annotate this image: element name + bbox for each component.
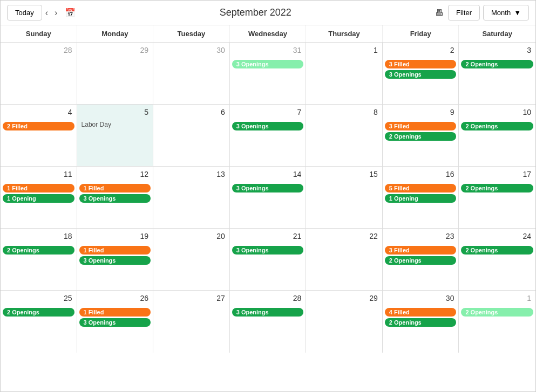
cell-number: 3 (461, 45, 533, 56)
event-badge-openings[interactable]: 2 Openings (385, 318, 457, 327)
cell-number: 26 (79, 293, 151, 304)
event-badge-openings[interactable]: 3 Openings (232, 184, 304, 192)
calendar-cell[interactable]: 182 Openings (1, 229, 77, 291)
calendar-cell[interactable]: 32 Openings (459, 43, 535, 105)
cell-events: 2 Openings (3, 246, 74, 255)
month-dropdown-button[interactable]: Month ▼ (483, 5, 529, 20)
next-button[interactable]: › (51, 6, 60, 20)
calendar-cell[interactable]: 143 Openings (230, 167, 307, 229)
cell-number: 21 (232, 231, 304, 242)
cell-number: 22 (308, 231, 380, 242)
calendar-cell[interactable]: 111 Filled1 Opening (1, 167, 77, 229)
calendar-cell[interactable]: 242 Openings (459, 229, 535, 291)
day-header-sunday: Sunday (1, 25, 77, 42)
calendar-cell[interactable]: 121 Filled3 Openings (77, 167, 154, 229)
calendar-cell[interactable]: 30 (153, 43, 230, 105)
cell-number: 28 (232, 293, 304, 304)
day-header-friday: Friday (383, 25, 459, 42)
calendar-cell[interactable]: 29 (77, 43, 154, 105)
calendar-cell[interactable]: 233 Filled2 Openings (383, 229, 459, 291)
cell-events: 2 Openings (461, 122, 533, 130)
calendar-cell[interactable]: 313 Openings (230, 43, 307, 105)
event-badge-openings[interactable]: 2 Openings (385, 132, 457, 141)
calendar-cell[interactable]: 20 (153, 229, 230, 291)
event-badge-filled[interactable]: 1 Filled (79, 184, 151, 192)
event-badge-openings[interactable]: 3 Openings (385, 70, 457, 79)
event-badge-filled[interactable]: 5 Filled (385, 184, 457, 192)
event-badge-openings[interactable]: 2 Openings (385, 256, 457, 265)
event-badge-openings[interactable]: 3 Openings (79, 256, 151, 265)
chevron-down-icon: ▼ (514, 9, 521, 17)
event-badge-openings[interactable]: 2 Openings (3, 308, 74, 317)
calendar-cell[interactable]: 13 (153, 167, 230, 229)
filter-button[interactable]: Filter (448, 5, 480, 20)
calendar-cell[interactable]: 165 Filled1 Opening (383, 167, 459, 229)
event-badge-filled[interactable]: 2 Filled (3, 122, 74, 130)
calendar-cell[interactable]: 191 Filled3 Openings (77, 229, 154, 291)
cell-number: 29 (308, 293, 380, 304)
event-badge-openings[interactable]: 2 Openings (461, 60, 533, 68)
calendar-cell[interactable]: 28 (1, 43, 77, 105)
event-badge-openings[interactable]: 3 Openings (232, 246, 304, 255)
calendar-header: Today ‹ › 📅 September 2022 🖶 Filter Mont… (1, 1, 535, 25)
event-badge-filled[interactable]: 3 Filled (385, 122, 457, 130)
calendar-cell[interactable]: 27 (153, 291, 230, 353)
day-header-monday: Monday (77, 25, 154, 42)
calendar-cell[interactable]: 73 Openings (230, 105, 307, 167)
event-badge-openings[interactable]: 2 Openings (461, 184, 533, 192)
cell-number: 13 (155, 169, 227, 180)
cell-number: 30 (155, 45, 227, 56)
event-badge-openings[interactable]: 2 Openings (461, 122, 533, 130)
calendar-cell[interactable]: 172 Openings (459, 167, 535, 229)
prev-button[interactable]: ‹ (42, 6, 51, 20)
cell-number: 17 (461, 169, 533, 180)
event-badge-filled[interactable]: 1 Filled (79, 246, 151, 255)
calendar-cell[interactable]: 42 Filled (1, 105, 77, 167)
calendar-cell[interactable]: 29 (306, 291, 383, 353)
calendar-cell[interactable]: 15 (306, 167, 383, 229)
event-badge-openings[interactable]: 3 Openings (79, 194, 151, 203)
print-button[interactable]: 🖶 (431, 6, 448, 20)
calendar-cell[interactable]: 304 Filled2 Openings (383, 291, 459, 353)
cell-number: 30 (385, 293, 457, 304)
calendar-cell[interactable]: 252 Openings (1, 291, 77, 353)
event-badge-openings-light[interactable]: 2 Openings (461, 308, 533, 317)
calendar-cell[interactable]: 12 Openings (459, 291, 535, 353)
event-badge-filled[interactable]: 3 Filled (385, 60, 457, 68)
event-badge-filled[interactable]: 1 Filled (3, 184, 74, 192)
calendar-cell[interactable]: 23 Filled3 Openings (383, 43, 459, 105)
cell-label: Labor Day (79, 120, 151, 129)
event-badge-openings[interactable]: 3 Openings (79, 318, 151, 327)
event-badge-openings[interactable]: 1 Opening (385, 194, 457, 203)
cell-events: 4 Filled2 Openings (385, 308, 457, 327)
calendar-cell[interactable]: 283 Openings (230, 291, 307, 353)
cell-events: 3 Openings (232, 308, 304, 317)
calendar-picker-button[interactable]: 📅 (60, 5, 80, 20)
cell-events: 3 Openings (232, 122, 304, 130)
event-badge-openings[interactable]: 2 Openings (461, 246, 533, 255)
calendar-cell[interactable]: 22 (306, 229, 383, 291)
calendar-cell[interactable]: 1 (306, 43, 383, 105)
cell-events: 2 Filled (3, 122, 74, 130)
calendar-cell[interactable]: 213 Openings (230, 229, 307, 291)
event-badge-openings[interactable]: 1 Opening (3, 194, 74, 203)
calendar-cell[interactable]: 102 Openings (459, 105, 535, 167)
event-badge-filled[interactable]: 4 Filled (385, 308, 457, 317)
event-badge-openings-light[interactable]: 3 Openings (232, 60, 304, 68)
cell-events: 3 Openings (232, 246, 304, 255)
calendar-cell[interactable]: 5Labor Day (77, 105, 154, 167)
event-badge-openings[interactable]: 3 Openings (232, 308, 304, 317)
event-badge-openings[interactable]: 3 Openings (232, 122, 304, 130)
cell-number: 9 (385, 107, 457, 118)
cell-number: 7 (232, 107, 304, 118)
day-header-tuesday: Tuesday (153, 25, 230, 42)
event-badge-filled[interactable]: 1 Filled (79, 308, 151, 317)
today-button[interactable]: Today (7, 5, 42, 20)
event-badge-openings[interactable]: 2 Openings (3, 246, 74, 255)
calendar-cell[interactable]: 93 Filled2 Openings (383, 105, 459, 167)
calendar-cell[interactable]: 261 Filled3 Openings (77, 291, 154, 353)
cell-number: 15 (308, 169, 380, 180)
calendar-cell[interactable]: 6 (153, 105, 230, 167)
calendar-cell[interactable]: 8 (306, 105, 383, 167)
event-badge-filled[interactable]: 3 Filled (385, 246, 457, 255)
